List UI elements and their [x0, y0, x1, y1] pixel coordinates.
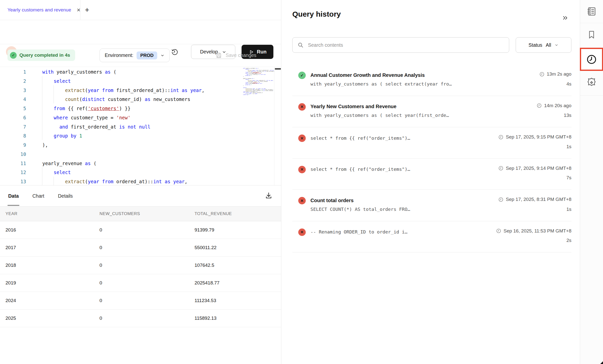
code-line[interactable]: count(distinct customer_id) as new_custo…: [42, 95, 242, 104]
chevron-down-icon: [160, 53, 164, 57]
code-line[interactable]: where customer_type = 'new': [42, 113, 242, 122]
tab-yearly-customers[interactable]: Yearly customers and revenue ✕: [7, 0, 81, 20]
table-row[interactable]: 20250115892.13: [0, 310, 281, 327]
tab-chart[interactable]: Chart: [32, 185, 44, 206]
line-number: 9: [0, 140, 26, 150]
code-line[interactable]: ),: [42, 140, 242, 150]
error-icon: ✕: [298, 103, 306, 111]
query-history-button[interactable]: [586, 54, 597, 65]
history-item-title: -- Renaming ORDER_ID to order_id i…: [310, 229, 407, 234]
column-header: TOTAL_REVENUE: [195, 211, 281, 216]
line-number: 4: [0, 95, 26, 104]
table-cell: 0: [100, 263, 195, 268]
table-row[interactable]: 2016091399.79: [0, 221, 281, 239]
code-line[interactable]: extract(year from first_ordered_at)::int…: [42, 86, 242, 95]
status-filter-dropdown[interactable]: Status All: [516, 37, 571, 53]
results-bar: DataChartDetails: [0, 185, 281, 206]
new-tab-button[interactable]: +: [82, 0, 92, 20]
history-item-title: Annual Customer Growth and Revenue Analy…: [310, 72, 425, 78]
app: Yearly customers and revenue ✕ + BL Your…: [0, 0, 603, 364]
sql-editor[interactable]: 12345678910111213 with yearly_customers …: [0, 67, 281, 185]
check-icon: ✓: [10, 52, 17, 59]
line-number: 3: [0, 86, 26, 95]
history-item-sql-preview: with yearly_customers as ( select extrac…: [310, 81, 452, 87]
right-icon-rail: [580, 0, 603, 364]
search-input[interactable]: [307, 42, 504, 48]
indent-guide: [53, 177, 54, 185]
clock-icon: [586, 54, 597, 65]
tab-title[interactable]: Yearly customers and revenue: [7, 7, 71, 13]
tab-data[interactable]: Data: [8, 185, 19, 206]
query-status-badge: ✓ Query completed in 4s: [7, 49, 75, 61]
code-lines[interactable]: with yearly_customers as ( select extrac…: [42, 67, 242, 185]
minimap[interactable]: with yearly_customers as ( select extrac…: [243, 68, 274, 182]
history-item[interactable]: ✕Yearly New Customers and Revenue14m 20s…: [292, 96, 571, 128]
table-row[interactable]: 20170550011.22: [0, 239, 281, 257]
indent-guide: [42, 167, 42, 185]
code-line[interactable]: extract(year from ordered_at)::int as ye…: [42, 177, 242, 185]
history-item-title: Yearly New Customers and Revenue: [310, 104, 397, 109]
table-row[interactable]: 20180107642.5: [0, 257, 281, 274]
code-line[interactable]: from {{ ref('customers') }}: [42, 104, 242, 113]
status-filter-value: All: [546, 42, 551, 48]
download-icon: [265, 192, 273, 200]
line-number: 5: [0, 104, 26, 113]
line-number: 7: [0, 122, 26, 132]
gutter: 12345678910111213: [0, 67, 26, 185]
column-header: NEW_CUSTOMERS: [100, 211, 195, 216]
panel-title: Query history: [292, 10, 341, 18]
resize-handle[interactable]: [600, 361, 603, 364]
table-cell: 115892.13: [195, 316, 281, 321]
dbt-button[interactable]: [580, 73, 603, 92]
tab-details[interactable]: Details: [58, 185, 73, 206]
history-item[interactable]: ✕select * from {{ ref("order_items")…Sep…: [292, 159, 571, 190]
table-cell: 111234.53: [195, 298, 281, 303]
code-line[interactable]: group by 1: [42, 131, 242, 140]
notebook-button[interactable]: [580, 2, 603, 21]
table-row[interactable]: 20240111234.53: [0, 292, 281, 310]
history-item-sql-preview: with yearly_customers as ( select year(f…: [310, 113, 449, 118]
line-number: 6: [0, 113, 26, 122]
clock-icon: [537, 103, 542, 108]
table-cell: 0: [100, 227, 195, 233]
bookmark-button[interactable]: [580, 25, 603, 45]
save-changes-button[interactable]: Save changes: [215, 49, 256, 61]
history-item[interactable]: ✓Annual Customer Growth and Revenue Anal…: [292, 64, 571, 96]
line-number: 11: [0, 159, 26, 168]
double-chevron-right-icon: [562, 14, 569, 21]
history-item[interactable]: ✕-- Renaming ORDER_ID to order_id i…Sep …: [292, 221, 571, 253]
table-cell: 0: [100, 316, 195, 321]
table-cell: 550011.22: [195, 245, 281, 250]
code-line[interactable]: yearly_revenue as (: [42, 159, 242, 168]
editor-scrollbar[interactable]: [274, 67, 281, 185]
clock-icon: [496, 228, 501, 233]
tab-bar: Yearly customers and revenue ✕ +: [0, 0, 281, 20]
code-line[interactable]: with yearly_customers as (: [42, 67, 242, 77]
code-line[interactable]: and first_ordered_at is not null: [42, 122, 242, 132]
scrollbar-thumb[interactable]: [275, 68, 281, 70]
history-item-time: Sep 17, 2025, 8:31 PM GMT+8: [498, 197, 571, 202]
clock-icon: [539, 72, 545, 77]
environment-label: Environment:: [105, 52, 133, 58]
history-item[interactable]: ✕select * from {{ ref("order_items")…Sep…: [292, 127, 571, 159]
history-item-duration: 1s: [566, 144, 571, 149]
download-button[interactable]: [264, 191, 273, 200]
line-number: 13: [0, 177, 26, 185]
history-item-title: select * from {{ ref("order_items")…: [310, 167, 410, 172]
highlight-box: [580, 48, 603, 71]
code-line[interactable]: select: [42, 168, 242, 177]
history-item[interactable]: ✕Count total ordersSep 17, 2025, 8:31 PM…: [292, 190, 571, 221]
search-box[interactable]: [292, 37, 509, 53]
notebook-icon: [586, 6, 597, 17]
search-icon: [298, 42, 303, 48]
table-row[interactable]: 201902025418.77: [0, 274, 281, 292]
collapse-panel-button[interactable]: [560, 14, 570, 23]
clock-icon: [498, 166, 503, 171]
line-number: 2: [0, 77, 26, 86]
environment-selector[interactable]: Environment: PROD: [100, 48, 170, 62]
clock-icon: [498, 135, 503, 140]
code-line[interactable]: select: [42, 77, 242, 86]
code-line[interactable]: [42, 150, 242, 159]
history-item-duration: 2s: [566, 238, 571, 243]
indent-guide: [53, 85, 54, 103]
